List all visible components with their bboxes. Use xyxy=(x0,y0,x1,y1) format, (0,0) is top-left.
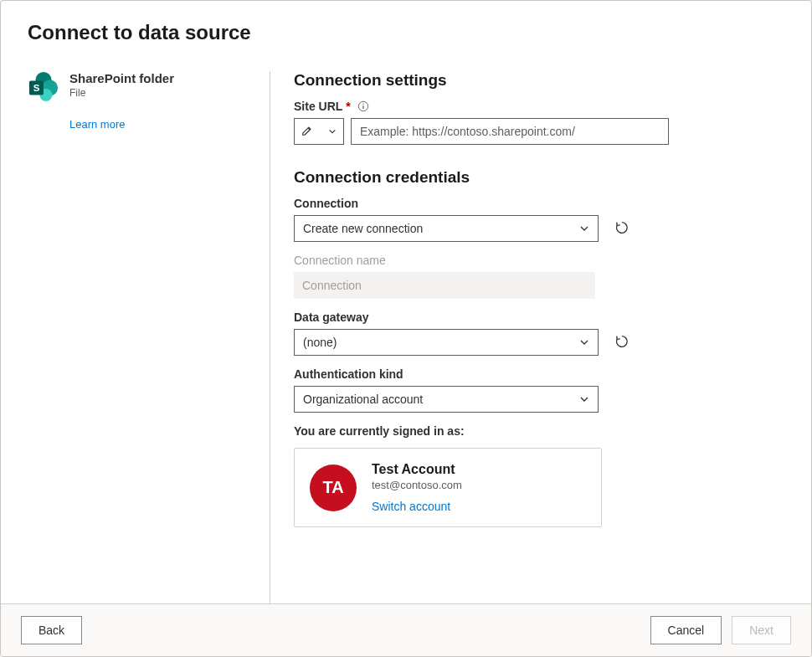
columns: S SharePoint folder File Learn more Conn… xyxy=(28,71,784,603)
refresh-icon xyxy=(614,220,630,238)
chevron-down-icon xyxy=(579,337,589,347)
data-gateway-label: Data gateway xyxy=(294,311,784,324)
page-title: Connect to data source xyxy=(28,21,784,44)
chevron-down-icon xyxy=(579,394,589,404)
site-url-row xyxy=(294,118,669,145)
sharepoint-icon: S xyxy=(28,71,59,103)
gateway-select-group: (none) xyxy=(294,329,784,356)
source-subtitle: File xyxy=(69,87,174,99)
source-row: S SharePoint folder File xyxy=(28,71,249,103)
site-url-label: Site URL * xyxy=(294,100,784,113)
svg-text:S: S xyxy=(33,83,40,93)
next-button[interactable]: Next xyxy=(732,616,791,644)
cancel-button[interactable]: Cancel xyxy=(650,616,722,644)
avatar: TA xyxy=(310,465,357,511)
chevron-down-icon xyxy=(328,127,337,136)
info-icon[interactable] xyxy=(357,100,369,112)
source-panel: S SharePoint folder File Learn more xyxy=(28,71,270,603)
site-url-input[interactable] xyxy=(351,118,669,145)
account-email: test@contoso.com xyxy=(372,479,462,491)
refresh-gateway-button[interactable] xyxy=(612,332,632,352)
refresh-icon xyxy=(614,334,630,352)
account-texts: Test Account test@contoso.com Switch acc… xyxy=(372,462,462,513)
back-button[interactable]: Back xyxy=(21,616,82,644)
signed-in-label: You are currently signed in as: xyxy=(294,424,784,438)
auth-kind-label: Authentication kind xyxy=(294,367,784,381)
connect-data-source-dialog: Connect to data source S xyxy=(0,0,812,657)
connection-name-value: Connection xyxy=(302,279,362,292)
data-gateway-value: (none) xyxy=(303,336,337,349)
account-name: Test Account xyxy=(372,462,462,477)
chevron-down-icon xyxy=(579,223,589,234)
required-asterisk: * xyxy=(346,100,350,113)
refresh-connection-button[interactable] xyxy=(612,218,632,239)
url-mode-dropdown[interactable] xyxy=(294,118,344,145)
account-card: TA Test Account test@contoso.com Switch … xyxy=(294,448,602,527)
site-url-label-text: Site URL xyxy=(294,100,342,113)
connection-name-input: Connection xyxy=(294,272,595,299)
data-gateway-select[interactable]: (none) xyxy=(294,329,599,356)
source-name: SharePoint folder xyxy=(69,71,174,85)
connection-name-label: Connection name xyxy=(294,254,784,267)
connection-credentials-heading: Connection credentials xyxy=(294,168,784,187)
svg-rect-7 xyxy=(362,104,363,105)
connection-select[interactable]: Create new connection xyxy=(294,215,599,242)
connection-settings-heading: Connection settings xyxy=(294,71,784,90)
switch-account-link[interactable]: Switch account xyxy=(372,500,462,513)
auth-kind-select[interactable]: Organizational account xyxy=(294,386,599,413)
dialog-body: Connect to data source S xyxy=(1,1,811,603)
connection-select-value: Create new connection xyxy=(303,222,423,235)
connection-label: Connection xyxy=(294,197,784,210)
connection-select-group: Create new connection xyxy=(294,215,784,242)
svg-rect-6 xyxy=(362,105,363,109)
dialog-footer: Back Cancel Next xyxy=(1,603,811,656)
settings-panel: Connection settings Site URL * xyxy=(270,71,784,603)
auth-kind-value: Organizational account xyxy=(303,393,423,406)
source-texts: SharePoint folder File xyxy=(69,71,174,99)
learn-more-link[interactable]: Learn more xyxy=(69,118,125,131)
pencil-icon xyxy=(301,125,313,139)
auth-select-group: Organizational account xyxy=(294,386,784,413)
